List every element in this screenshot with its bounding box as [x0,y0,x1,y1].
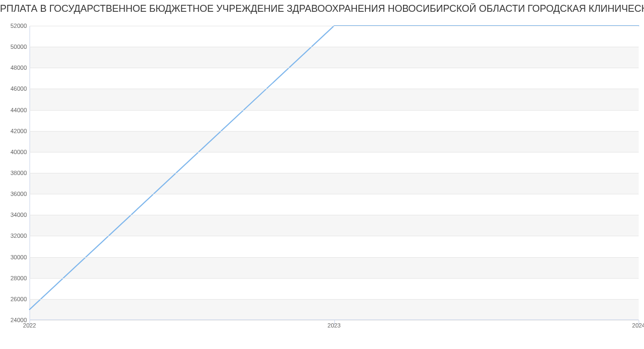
chart-title: РПЛАТА В ГОСУДАРСТВЕННОЕ БЮДЖЕТНОЕ УЧРЕЖ… [0,3,644,14]
y-grid-line [30,173,639,173]
y-tick-label: 52000 [3,23,27,29]
y-tick-label: 40000 [3,149,27,155]
y-tick-label: 50000 [3,43,27,50]
y-grid-line [30,152,639,152]
y-grid-line [30,257,639,258]
x-tick-label: 2023 [327,322,340,329]
y-grid-line [30,299,639,300]
y-grid-line [30,215,639,215]
y-tick-label: 32000 [3,232,27,239]
chart-container: РПЛАТА В ГОСУДАРСТВЕННОЕ БЮДЖЕТНОЕ УЧРЕЖ… [0,0,644,349]
y-tick-label: 26000 [3,296,27,302]
y-grid-line [30,47,639,47]
y-grid-line [30,236,639,236]
x-tick-label: 2022 [23,322,36,329]
y-grid-line [30,278,639,279]
plot-area [30,26,639,320]
y-tick-label: 30000 [3,254,27,260]
y-tick-label: 46000 [3,85,27,92]
y-grid-line [30,89,639,89]
y-tick-label: 28000 [3,275,27,281]
x-tick-label: 2024 [632,322,644,329]
y-tick-label: 36000 [3,191,27,197]
y-grid-line [30,26,639,26]
y-tick-label: 44000 [3,107,27,113]
y-tick-label: 34000 [3,212,27,218]
y-tick-label: 42000 [3,128,27,134]
y-tick-label: 48000 [3,64,27,71]
y-grid-line [30,68,639,68]
y-tick-label: 38000 [3,170,27,176]
y-grid-line [30,110,639,111]
y-grid-line [30,194,639,194]
y-grid-line [30,131,639,132]
